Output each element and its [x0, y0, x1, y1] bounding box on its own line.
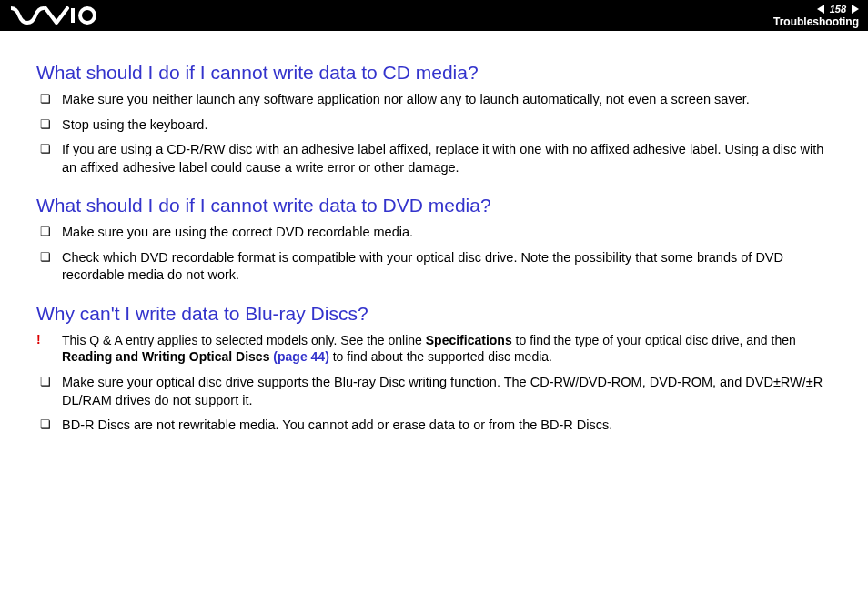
answer-list: Make sure you neither launch any softwar…	[36, 91, 841, 176]
svg-rect-0	[71, 8, 75, 23]
page-navigation: 158	[817, 5, 859, 15]
section-label: Troubleshooting	[773, 16, 859, 27]
next-page-arrow-icon[interactable]	[852, 5, 859, 14]
question-heading: Why can't I write data to Blu-ray Discs?	[36, 303, 841, 325]
page-header: 158 Troubleshooting	[0, 0, 868, 31]
list-item: BD-R Discs are not rewritable media. You…	[36, 417, 841, 435]
question-heading: What should I do if I cannot write data …	[36, 62, 841, 84]
page-content: What should I do if I cannot write data …	[0, 31, 868, 435]
list-item: Make sure you are using the correct DVD …	[36, 224, 841, 242]
vaio-logo	[11, 6, 98, 25]
list-item: If you are using a CD-R/RW disc with an …	[36, 141, 841, 176]
list-item: Check which DVD recordable format is com…	[36, 249, 841, 285]
prev-page-arrow-icon[interactable]	[817, 5, 824, 14]
answer-list: Make sure your optical disc drive suppor…	[36, 374, 841, 435]
alert-icon: !	[36, 332, 41, 347]
page-number: 158	[830, 5, 846, 15]
page-link[interactable]: (page 44)	[273, 349, 328, 364]
note-bold: Specifications	[426, 333, 512, 347]
question-heading: What should I do if I cannot write data …	[36, 195, 841, 216]
note-block: ! This Q & A entry applies to selected m…	[36, 332, 841, 365]
list-item: Make sure your optical disc drive suppor…	[36, 374, 841, 409]
note-fragment: to find the type of your optical disc dr…	[512, 333, 796, 347]
list-item: Stop using the keyboard.	[36, 116, 841, 135]
note-fragment: This Q & A entry applies to selected mod…	[62, 333, 426, 347]
answer-list: Make sure you are using the correct DVD …	[36, 224, 841, 285]
note-fragment: to find about the supported disc media.	[329, 349, 552, 364]
note-text: This Q & A entry applies to selected mod…	[62, 332, 841, 365]
note-bold: Reading and Writing Optical Discs	[62, 349, 273, 364]
svg-point-1	[80, 8, 95, 23]
list-item: Make sure you neither launch any softwar…	[36, 91, 841, 109]
header-right: 158 Troubleshooting	[773, 5, 859, 27]
